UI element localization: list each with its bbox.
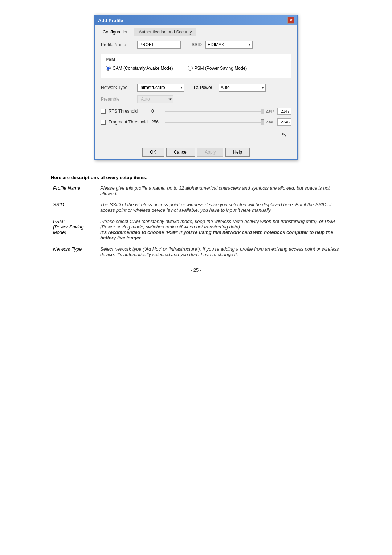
description-section: Here are descriptions of every setup ite…: [51, 175, 341, 260]
desc-def-ssid: The SSID of the wireless access point or…: [98, 199, 341, 216]
desc-term-ssid: SSID: [51, 199, 98, 216]
tx-power-label: TX Power: [193, 85, 215, 90]
fragment-max-label: 2346: [266, 120, 274, 124]
rts-label: RTS Threshold: [109, 109, 148, 114]
desc-row-psm: PSM: (Power Saving Mode) Please select C…: [51, 216, 341, 243]
desc-row-ssid: SSID The SSID of the wireless access poi…: [51, 199, 341, 216]
network-type-select-wrapper: Infrastructure: [137, 84, 184, 92]
rts-threshold-row: RTS Threshold 0 2347: [101, 108, 291, 115]
fragment-threshold-row: Fragment Threshold 256 2346: [101, 118, 291, 126]
desc-term-profile: Profile Name: [51, 182, 98, 199]
fragment-slider-thumb: [261, 119, 264, 125]
fragment-min-value: 256: [151, 119, 162, 125]
psm-group: PSM CAM (Constantly Awake Mode) PSM (Pow…: [101, 54, 291, 78]
fragment-label: Fragment Threshold: [109, 119, 148, 125]
tx-power-select[interactable]: Auto: [219, 84, 266, 92]
rts-slider-track: [165, 111, 263, 112]
psm-title: PSM: [106, 57, 286, 62]
desc-term-network: Network Type: [51, 243, 98, 260]
desc-def-network: Select network type (‘Ad Hoc’ or ‘Infras…: [98, 243, 341, 260]
preamble-label: Preamble: [101, 97, 134, 102]
psm-options: CAM (Constantly Awake Mode) PSM (Power S…: [106, 66, 286, 71]
network-type-label: Network Type: [101, 85, 134, 90]
tx-power-select-wrapper: Auto: [219, 84, 266, 92]
rts-checkbox[interactable]: [101, 109, 106, 114]
desc-term-psm-line1: PSM:: [53, 219, 65, 224]
desc-term-psm: PSM: (Power Saving Mode): [51, 216, 98, 243]
rts-slider-thumb: [261, 109, 264, 114]
cam-radio[interactable]: [106, 66, 111, 71]
desc-def-psm-bold: It's recommended to choose ‘PSM’ if you’…: [100, 230, 333, 240]
profile-name-row: Profile Name SSID EDIMAX: [101, 41, 291, 49]
profile-name-input[interactable]: [137, 41, 181, 49]
help-button[interactable]: Help: [225, 148, 250, 157]
ssid-select[interactable]: EDIMAX: [205, 41, 253, 49]
ssid-select-wrapper: EDIMAX: [205, 41, 253, 49]
desc-row-network: Network Type Select network type (‘Ad Ho…: [51, 243, 341, 260]
page-number: - 25 -: [22, 267, 370, 273]
network-type-row: Network Type Infrastructure TX Power Aut…: [101, 84, 291, 92]
desc-def-psm-plain: Please select CAM (constantly awake mode…: [100, 219, 335, 230]
desc-term-psm-line3: Mode): [53, 230, 66, 235]
cam-option[interactable]: CAM (Constantly Awake Mode): [106, 66, 173, 71]
rts-min-value: 0: [151, 109, 162, 114]
desc-term-psm-line2: (Power Saving: [53, 224, 84, 230]
rts-max-label: 2347: [266, 109, 274, 113]
ssid-label: SSID: [192, 42, 202, 47]
preamble-row: Preamble Auto: [101, 95, 291, 103]
cursor-area: ↖: [101, 129, 291, 140]
add-profile-dialog: Add Profile ✕ Configuration Authenticati…: [94, 15, 298, 160]
fragment-value-input[interactable]: [277, 118, 291, 126]
rts-value-input[interactable]: [277, 108, 291, 115]
cancel-button[interactable]: Cancel: [166, 148, 195, 157]
tab-auth-security[interactable]: Authentication and Security: [134, 28, 196, 36]
dialog-title: Add Profile: [98, 18, 123, 23]
dialog-titlebar: Add Profile ✕: [95, 15, 297, 25]
preamble-select: Auto: [137, 95, 173, 103]
fragment-checkbox[interactable]: [101, 120, 106, 125]
desc-row-profile: Profile Name Please give this profile a …: [51, 182, 341, 199]
cursor-icon: ↖: [281, 130, 287, 139]
preamble-select-wrapper: Auto: [137, 95, 173, 103]
dialog-body: Profile Name SSID EDIMAX PSM CAM (Consta…: [95, 36, 297, 145]
desc-header: Here are descriptions of every setup ite…: [51, 175, 341, 182]
ok-button[interactable]: OK: [142, 148, 164, 157]
profile-name-label: Profile Name: [101, 42, 134, 47]
network-type-select[interactable]: Infrastructure: [137, 84, 184, 92]
tab-configuration[interactable]: Configuration: [98, 28, 133, 36]
apply-button[interactable]: Apply: [197, 148, 223, 157]
psm-label: PSM (Power Saving Mode): [195, 66, 247, 71]
desc-table: Profile Name Please give this profile a …: [51, 182, 341, 260]
close-button[interactable]: ✕: [287, 17, 294, 24]
psm-radio[interactable]: [188, 66, 193, 71]
dialog-buttons: OK Cancel Apply Help: [95, 145, 297, 159]
desc-def-psm: Please select CAM (constantly awake mode…: [98, 216, 341, 243]
psm-option[interactable]: PSM (Power Saving Mode): [188, 66, 247, 71]
fragment-slider-track: [165, 122, 263, 123]
fragment-slider-container: [165, 118, 263, 126]
desc-def-profile: Please give this profile a name, up to 3…: [98, 182, 341, 199]
dialog-tabs: Configuration Authentication and Securit…: [95, 25, 297, 36]
cam-label: CAM (Constantly Awake Mode): [113, 66, 173, 71]
rts-slider-container: [165, 108, 263, 115]
